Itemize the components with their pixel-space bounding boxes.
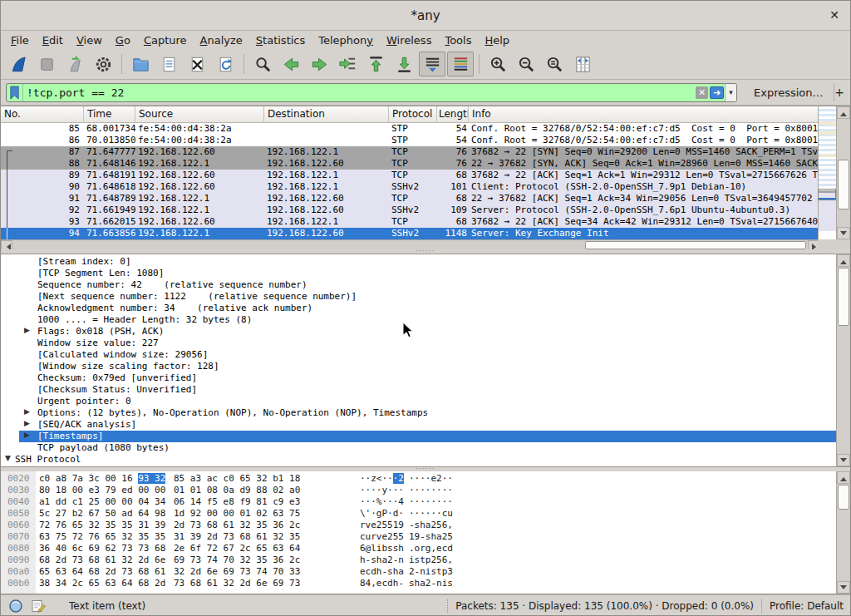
save-file-button[interactable] [155, 52, 182, 76]
menu-help[interactable]: Help [478, 32, 516, 48]
expander-right-icon[interactable]: ▶ [24, 326, 30, 334]
filter-clear-icon[interactable]: ✕ [696, 86, 708, 99]
packet-row[interactable]: 9171.648789678192.168.122.1192.168.122.6… [1, 193, 819, 205]
restart-capture-button[interactable] [61, 52, 88, 76]
column-header-src[interactable]: Source [135, 106, 264, 123]
details-vscrollbar[interactable] [836, 254, 850, 466]
packet-row[interactable]: 9271.661949820192.168.122.1192.168.122.6… [1, 205, 819, 216]
menu-view[interactable]: View [70, 32, 109, 48]
menu-capture[interactable]: Capture [137, 32, 194, 48]
detail-line[interactable]: ▶[SEQ/ACK analysis] [1, 419, 838, 431]
packet-row[interactable]: 8871.648146932192.168.122.1192.168.122.6… [1, 158, 819, 170]
status-profile[interactable]: Profile: Default [770, 600, 844, 612]
expression-button[interactable]: Expression… [749, 84, 829, 101]
go-back-button[interactable] [278, 52, 304, 76]
vscroll-thumb[interactable] [838, 268, 849, 326]
column-header-time[interactable]: Time [84, 106, 135, 123]
hex-row[interactable]: 007063 75 72 76 65 32 35 3531 39 2d 73 6… [1, 531, 455, 543]
detail-line[interactable]: [Window size scaling factor: 128] [1, 361, 838, 372]
column-header-info[interactable]: Info [469, 106, 819, 123]
scroll-up-icon[interactable] [837, 471, 850, 484]
display-filter-input[interactable] [23, 84, 695, 101]
detail-line[interactable]: Checksum: 0x79ed [unverified] [1, 372, 838, 384]
expander-right-icon[interactable]: ▶ [24, 407, 30, 416]
column-header-proto[interactable]: Protocol [389, 106, 437, 123]
colorize-button[interactable] [447, 52, 474, 76]
hex-row[interactable]: 006072 76 65 32 35 35 31 392d 73 68 61 3… [1, 520, 455, 531]
packet-row[interactable]: 8568.001734936fe:54:00:d4:38:2aSTP54Conf… [1, 123, 819, 135]
resize-columns-button[interactable] [569, 52, 596, 76]
zoom-in-button[interactable] [485, 52, 511, 76]
packet-row[interactable]: 9371.662015274192.168.122.60192.168.122.… [1, 216, 819, 228]
hex-row[interactable]: 00b038 34 2c 65 63 64 68 2d73 68 61 32 2… [1, 578, 455, 589]
capture-options-button[interactable] [90, 52, 116, 76]
zoom-out-button[interactable] [513, 52, 539, 76]
hscroll-thumb[interactable] [585, 241, 806, 249]
detail-line[interactable]: Acknowledgment number: 34 (relative ack … [1, 303, 838, 314]
auto-scroll-button[interactable] [419, 52, 445, 76]
menu-edit[interactable]: Edit [36, 32, 70, 48]
close-icon[interactable]: ✕ [827, 7, 842, 22]
scroll-up-icon[interactable] [837, 254, 850, 267]
scroll-up-icon[interactable] [837, 106, 850, 119]
filter-bookmark-icon[interactable] [7, 84, 23, 101]
detail-line[interactable]: 1000 .... = Header Length: 32 bytes (8) [1, 314, 838, 326]
open-file-button[interactable] [127, 52, 154, 76]
expander-right-icon[interactable]: ▶ [24, 419, 30, 427]
go-forward-button[interactable] [306, 52, 332, 76]
add-filter-button[interactable]: + [834, 84, 845, 101]
packet-row[interactable]: 8771.647777234192.168.122.60192.168.122.… [1, 146, 819, 158]
capture-comment-icon[interactable] [31, 599, 46, 614]
scroll-down-icon[interactable] [837, 581, 850, 594]
packet-row[interactable]: 9071.648618924192.168.122.60192.168.122.… [1, 181, 819, 193]
hex-row[interactable]: 00a065 63 64 68 2d 73 68 6132 2d 6e 69 7… [1, 566, 455, 578]
hex-row[interactable]: 0020c0 a8 7a 3c 00 16 93 3285 a3 ac c0 6… [1, 473, 455, 485]
detail-line[interactable]: [Checksum Status: Unverified] [1, 384, 838, 396]
stop-capture-button[interactable] [33, 52, 60, 76]
go-to-packet-button[interactable] [334, 52, 361, 76]
detail-line[interactable]: Urgent pointer: 0 [1, 396, 838, 407]
reload-file-button[interactable] [212, 52, 239, 76]
hex-vscrollbar[interactable] [836, 471, 850, 594]
hex-row[interactable]: 00505c 27 b2 67 50 ad 64 981d 92 00 00 0… [1, 508, 455, 520]
detail-line[interactable]: Window size value: 227 [1, 338, 838, 349]
packet-list-vscrollbar[interactable] [836, 106, 850, 239]
detail-line[interactable]: [Calculated window size: 29056] [1, 349, 838, 361]
detail-line[interactable]: ▶[Timestamps] [1, 431, 838, 442]
start-capture-button[interactable] [5, 52, 32, 76]
hex-row[interactable]: 008036 40 6c 69 62 73 73 682e 6f 72 67 2… [1, 543, 455, 554]
detail-line[interactable]: [Next sequence number: 1122 (relative se… [1, 291, 838, 303]
packet-row[interactable]: 9471.663856741192.168.122.1192.168.122.6… [1, 228, 819, 239]
menu-analyze[interactable]: Analyze [194, 32, 249, 48]
menu-telephony[interactable]: Telephony [312, 32, 380, 48]
menu-tools[interactable]: Tools [438, 32, 478, 48]
scroll-down-icon[interactable] [837, 454, 850, 466]
filter-apply-icon[interactable]: ➜ [710, 86, 724, 99]
menu-statistics[interactable]: Statistics [249, 32, 312, 48]
expander-down-icon[interactable]: ▼ [5, 454, 11, 462]
menu-file[interactable]: File [4, 32, 36, 48]
hex-row[interactable]: 0040a1 dd c1 25 00 00 04 3406 14 f5 e8 f… [1, 496, 455, 508]
close-file-button[interactable] [184, 52, 210, 76]
go-first-button[interactable] [362, 52, 389, 76]
zoom-100-button[interactable] [541, 52, 568, 76]
detail-line[interactable]: [TCP Segment Len: 1080] [1, 268, 838, 279]
detail-line[interactable]: Sequence number: 42 (relative sequence n… [1, 279, 838, 291]
expander-right-icon[interactable]: ▶ [24, 431, 30, 439]
vscroll-thumb[interactable] [838, 485, 849, 510]
column-header-dst[interactable]: Destination [264, 106, 389, 123]
detail-line[interactable]: ▶Flags: 0x018 (PSH, ACK) [1, 326, 838, 338]
hex-row[interactable]: 003080 18 00 e3 79 ed 00 0001 01 08 0a d… [1, 485, 455, 496]
vscroll-thumb[interactable] [838, 160, 849, 209]
detail-line[interactable]: ▶Options: (12 bytes), No-Operation (NOP)… [1, 407, 838, 419]
go-last-button[interactable] [391, 52, 417, 76]
packet-row[interactable]: 8971.648191037192.168.122.60192.168.122.… [1, 170, 819, 181]
find-packet-button[interactable] [249, 52, 276, 76]
packet-minimap[interactable] [818, 106, 836, 239]
menu-go[interactable]: Go [109, 32, 137, 48]
packet-row[interactable]: 8670.013850163fe:54:00:d4:38:2aSTP54Conf… [1, 135, 819, 146]
scroll-down-icon[interactable] [837, 227, 850, 239]
hex-row[interactable]: 009068 2d 73 68 61 32 2d 6e69 73 74 70 3… [1, 554, 455, 566]
detail-line[interactable]: ▼SSH Protocol [1, 454, 838, 466]
column-header-no[interactable]: No. [1, 106, 84, 123]
